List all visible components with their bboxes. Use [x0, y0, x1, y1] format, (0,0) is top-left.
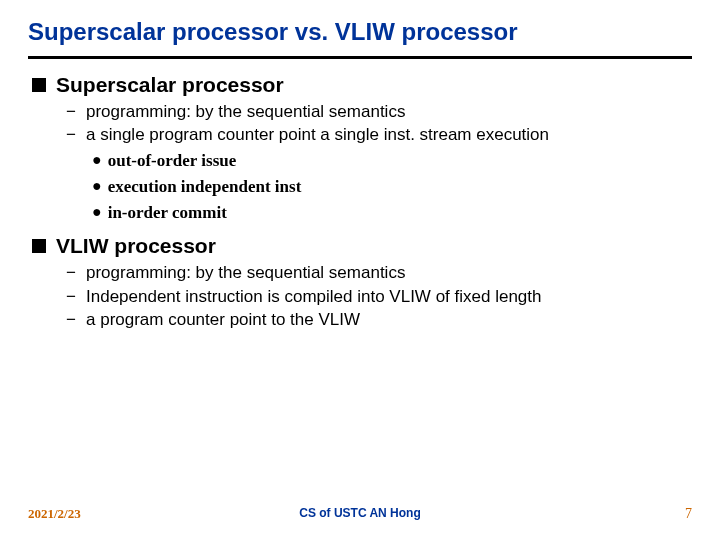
list-item: − programming: by the sequential semanti… [66, 101, 692, 123]
dot-list: ● out-of-order issue ● execution indepen… [92, 150, 692, 224]
dash-text: programming: by the sequential semantics [86, 262, 405, 284]
dash-text: a single program counter point a single … [86, 124, 549, 146]
dot-text: out-of-order issue [108, 150, 237, 172]
dot-bullet-icon: ● [92, 202, 102, 223]
footer-page-number: 7 [685, 506, 692, 522]
slide-title: Superscalar processor vs. VLIW processor [28, 18, 692, 46]
dash-bullet-icon: − [66, 124, 78, 146]
section-heading-text: VLIW processor [56, 234, 216, 258]
dash-bullet-icon: − [66, 101, 78, 123]
dot-text: execution independent inst [108, 176, 302, 198]
list-item: ● out-of-order issue [92, 150, 692, 172]
list-item: ● execution independent inst [92, 176, 692, 198]
section-heading: VLIW processor [32, 234, 692, 258]
square-bullet-icon [32, 78, 46, 92]
slide-footer: 2021/2/23 CS of USTC AN Hong 7 [0, 506, 720, 522]
dot-bullet-icon: ● [92, 150, 102, 171]
dash-list: − programming: by the sequential semanti… [66, 101, 692, 146]
dash-bullet-icon: − [66, 309, 78, 331]
dash-bullet-icon: − [66, 286, 78, 308]
dot-text: in-order commit [108, 202, 227, 224]
title-rule [28, 56, 692, 59]
dot-bullet-icon: ● [92, 176, 102, 197]
section-heading: Superscalar processor [32, 73, 692, 97]
footer-date: 2021/2/23 [28, 506, 81, 522]
dash-text: Independent instruction is compiled into… [86, 286, 542, 308]
square-bullet-icon [32, 239, 46, 253]
section-heading-text: Superscalar processor [56, 73, 284, 97]
dash-text: a program counter point to the VLIW [86, 309, 360, 331]
list-item: − a program counter point to the VLIW [66, 309, 692, 331]
dash-list: − programming: by the sequential semanti… [66, 262, 692, 330]
list-item: ● in-order commit [92, 202, 692, 224]
list-item: − a single program counter point a singl… [66, 124, 692, 146]
dash-text: programming: by the sequential semantics [86, 101, 405, 123]
dash-bullet-icon: − [66, 262, 78, 284]
list-item: − Independent instruction is compiled in… [66, 286, 692, 308]
list-item: − programming: by the sequential semanti… [66, 262, 692, 284]
footer-center: CS of USTC AN Hong [299, 506, 421, 520]
